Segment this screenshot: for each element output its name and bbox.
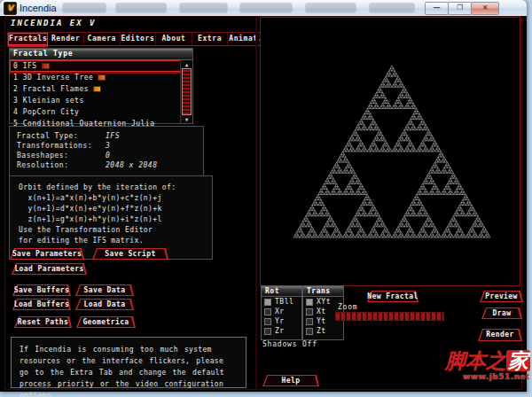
render-button[interactable]: Render bbox=[478, 329, 522, 341]
checkbox-icon bbox=[306, 299, 313, 306]
list-item-label: 3 Kleinian sets bbox=[13, 97, 84, 105]
checkbox-label: Zr bbox=[275, 327, 285, 335]
scroll-down-icon[interactable]: ▼ bbox=[181, 115, 192, 123]
info-value: 2048 x 2048 bbox=[106, 161, 157, 169]
rot-x-checkbox[interactable]: Xr bbox=[262, 307, 301, 316]
checkbox-label: Xt bbox=[317, 307, 326, 315]
new-fractal-button[interactable]: New Fractal bbox=[367, 291, 419, 302]
rot-trackball-checkbox[interactable]: TBll bbox=[262, 297, 301, 307]
draw-button[interactable]: Draw bbox=[481, 307, 522, 319]
background-window-ghost bbox=[115, 3, 167, 13]
list-item-label: 2 Fractal Flames bbox=[13, 85, 89, 93]
thumbnail-icon bbox=[93, 86, 101, 92]
scrollbar-thumb[interactable] bbox=[182, 68, 192, 115]
titlebar: V Incendia — ❐ ✕ bbox=[0, 0, 527, 17]
list-item-ifs[interactable]: 0 IFS bbox=[10, 60, 181, 72]
maximize-button[interactable]: ❐ bbox=[448, 2, 472, 15]
list-item-label: 1 3D Inverse Tree bbox=[13, 74, 93, 82]
trans-z-checkbox[interactable]: Zt bbox=[303, 326, 343, 336]
orbit-line: z(n+1)=g*x(n)+h*y(n)+i*z(n)+l bbox=[19, 214, 212, 225]
checkbox-icon bbox=[264, 299, 271, 306]
rotation-header: Rot bbox=[262, 286, 301, 297]
orbit-line: x(n+1)=a*x(n)+b*y(n)+c*z(n)+j bbox=[19, 193, 212, 204]
tab-camera[interactable]: Camera bbox=[84, 33, 121, 45]
orbit-line: Orbit defined by the iteration of: bbox=[19, 183, 212, 193]
checkbox-icon bbox=[306, 308, 313, 315]
orbit-line: Use the Transformation Editor bbox=[19, 225, 212, 236]
client-area: INCENDIA EX V Fractals Render Camera Edi… bbox=[0, 16, 527, 392]
app-header-label: INCENDIA EX V bbox=[11, 19, 96, 27]
info-label: Baseshapes: bbox=[17, 152, 106, 160]
window-title: Incendia bbox=[20, 3, 57, 13]
thumbnail-icon bbox=[42, 63, 50, 69]
fractal-canvas[interactable] bbox=[261, 18, 518, 284]
incendia-window: V Incendia — ❐ ✕ INCENDIA EX V Fractals … bbox=[0, 0, 527, 392]
shadows-toggle[interactable]: Shadows Off bbox=[262, 340, 317, 348]
load-data-button[interactable]: Load Data bbox=[75, 299, 134, 310]
background-window-ghost bbox=[179, 3, 228, 13]
incendia-logo-icon: V bbox=[4, 2, 17, 15]
load-parameters-button[interactable]: Load Parameters bbox=[12, 263, 87, 275]
orbit-line: y(n+1)=d*x(n)+e*y(n)+f*z(n)+k bbox=[19, 204, 212, 214]
fractal-type-header: Fractal Type bbox=[10, 49, 192, 60]
checkbox-label: TBll bbox=[275, 298, 293, 306]
resource-notice: If Incendia is consuming too much system… bbox=[11, 337, 246, 388]
tab-render[interactable]: Render bbox=[48, 33, 84, 45]
translation-header: Trans bbox=[303, 286, 343, 297]
preview-button[interactable]: Preview bbox=[480, 291, 523, 302]
list-item-3d-inverse-tree[interactable]: 1 3D Inverse Tree bbox=[10, 72, 181, 83]
tab-about[interactable]: About bbox=[156, 33, 192, 45]
checkbox-icon bbox=[306, 318, 313, 325]
zoom-slider[interactable] bbox=[335, 312, 444, 321]
list-scrollbar[interactable]: ▲ ▼ bbox=[180, 60, 192, 123]
info-label: Transformations: bbox=[17, 142, 106, 150]
list-item-popcorn-city[interactable]: 4 PopCorn City bbox=[10, 106, 181, 118]
minimize-button[interactable]: — bbox=[425, 2, 449, 15]
checkbox-icon bbox=[264, 318, 271, 325]
info-label: Fractal Type: bbox=[17, 132, 106, 140]
background-window-ghost bbox=[62, 3, 106, 13]
checkbox-label: Xr bbox=[275, 307, 285, 315]
list-item-label: 0 IFS bbox=[13, 62, 37, 70]
checkbox-icon bbox=[306, 328, 313, 335]
background-window-ghost bbox=[369, 3, 415, 13]
save-buffers-button[interactable]: Save Buffers bbox=[12, 284, 71, 296]
save-data-button[interactable]: Save Data bbox=[75, 284, 134, 296]
orbit-line: for editing the IFS matrix. bbox=[19, 236, 212, 246]
menu-tab-bar: Fractals Render Camera Editors About Ext… bbox=[7, 32, 264, 46]
close-button[interactable]: ✕ bbox=[471, 2, 499, 15]
save-script-button[interactable]: Save Script bbox=[92, 248, 168, 260]
zoom-label: Zoom bbox=[338, 303, 357, 311]
tab-extra[interactable]: Extra bbox=[192, 33, 229, 45]
info-label: Resolution: bbox=[17, 161, 106, 169]
fractal-type-listbox: Fractal Type 0 IFS 1 3D Inverse Tree 2 F… bbox=[9, 48, 193, 124]
checkbox-label: XYt bbox=[317, 298, 331, 306]
save-parameters-button[interactable]: Save Parameters bbox=[10, 248, 84, 260]
rotation-panel: Rot TBll Xr Yr Zr bbox=[261, 285, 302, 340]
geometrica-button[interactable]: Geometrica bbox=[76, 316, 136, 328]
reset-paths-button[interactable]: Reset Paths bbox=[14, 316, 72, 328]
fractal-viewport[interactable] bbox=[260, 17, 520, 286]
checkbox-icon bbox=[264, 308, 271, 315]
list-item-fractal-flames[interactable]: 2 Fractal Flames bbox=[10, 83, 181, 95]
help-button[interactable]: Help bbox=[262, 375, 319, 386]
info-value: 3 bbox=[106, 142, 110, 150]
scroll-up-icon[interactable]: ▲ bbox=[181, 60, 192, 68]
background-window-ghost bbox=[305, 3, 356, 13]
info-value: IFS bbox=[106, 132, 120, 140]
tab-fractals[interactable]: Fractals bbox=[8, 33, 48, 45]
info-value: 0 bbox=[106, 152, 110, 160]
fractal-type-rows: 0 IFS 1 3D Inverse Tree 2 Fractal Flames… bbox=[10, 60, 181, 123]
checkbox-icon bbox=[264, 328, 271, 335]
desktop: V Incendia — ❐ ✕ INCENDIA EX V Fractals … bbox=[0, 0, 532, 397]
rot-y-checkbox[interactable]: Yr bbox=[262, 316, 301, 326]
tab-editors[interactable]: Editors bbox=[121, 33, 157, 45]
rot-z-checkbox[interactable]: Zr bbox=[262, 326, 301, 336]
tab-animation[interactable]: Animat. bbox=[228, 33, 263, 45]
load-buffers-button[interactable]: Load Buffers bbox=[12, 299, 71, 310]
panel-divider bbox=[255, 16, 257, 390]
checkbox-label: Yr bbox=[275, 317, 285, 325]
checkbox-label: Zt bbox=[317, 327, 326, 335]
background-window-ghost bbox=[239, 3, 293, 13]
list-item-kleinian-sets[interactable]: 3 Kleinian sets bbox=[10, 95, 181, 106]
